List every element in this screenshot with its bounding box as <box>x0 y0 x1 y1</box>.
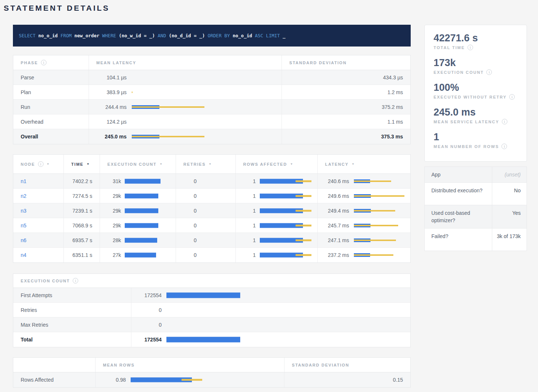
execution-count-title: EXECUTION COUNTi <box>13 274 410 288</box>
rows-affected-bar <box>260 223 314 228</box>
stat-execution-count: 173k EXECUTION COUNTi <box>434 57 520 75</box>
phase-header-label: PHASE <box>21 61 38 65</box>
info-icon[interactable]: i <box>501 144 507 149</box>
mean-latency-cell: 244.4 ms <box>89 100 282 114</box>
exec-row-value-cell: 0 <box>131 317 410 332</box>
mean-rows-bar <box>131 377 281 383</box>
latency-bar <box>354 178 407 184</box>
latency-bar <box>132 75 279 80</box>
info-icon[interactable]: i <box>509 94 515 100</box>
exec-count-bar <box>125 208 173 214</box>
latency-bar <box>354 193 407 199</box>
info-icon[interactable]: i <box>468 45 473 50</box>
mean-latency-value: 245.0 ms <box>96 134 127 140</box>
time-column-header[interactable]: TIME▼ <box>64 155 100 173</box>
std-dev-column-header: STANDARD DEVIATION <box>282 55 410 70</box>
sql-keyword: FROM <box>61 33 75 38</box>
execution-count-table: EXECUTION COUNTi First Attempts 172554 R… <box>13 274 411 347</box>
table-row: n3 7239.1 s 29k 0 1 249.4 ms <box>13 203 410 218</box>
table-row: n4 6351.1 s 27k 0 1 237.2 ms <box>13 248 410 262</box>
exec-count-value: 29k <box>107 193 121 199</box>
node-link[interactable]: n1 <box>21 178 27 184</box>
mean-latency-value: 104.1 µs <box>96 75 127 80</box>
stat-value: 173k <box>434 57 520 69</box>
rows-affected-bar <box>260 208 314 214</box>
sort-arrow-icon: ▼ <box>46 162 49 166</box>
exec-count-header-label: EXECUTION COUNT <box>107 162 156 166</box>
bar-blue <box>125 179 161 183</box>
std-dev-value: 1.2 ms <box>282 85 410 99</box>
bar-gold <box>354 254 393 256</box>
exec-count-bar <box>125 252 173 258</box>
table-row: Total 172554 <box>13 332 410 347</box>
retries-column-header[interactable]: RETRIES▼ <box>176 155 236 173</box>
retries-value: 0 <box>176 174 236 188</box>
mean-latency-cell: 383.9 µs <box>89 85 282 99</box>
mean-latency-cell: 104.1 µs <box>89 70 282 85</box>
bar-gold <box>296 254 311 256</box>
info-icon[interactable]: i <box>486 69 492 75</box>
stat-label-text: EXECUTION COUNT <box>434 70 484 75</box>
node-table: NODEi▼ TIME▼ EXECUTION COUNT▼ RETRIES▼ R… <box>13 154 411 263</box>
exec-row-label: First Attempts <box>13 288 131 302</box>
stat-label-text: EXECUTED WITHOUT RETRY <box>434 95 507 99</box>
main-column: SELECT no_o_id FROM new_order WHERE (no_… <box>13 25 411 388</box>
bar-gold <box>132 92 132 93</box>
time-value: 7239.1 s <box>64 203 100 218</box>
stat-label: EXECUTION COUNTi <box>434 69 520 75</box>
latency-cell: 245.7 ms <box>318 218 410 233</box>
page-title: STATEMENT DETAILS <box>0 0 538 13</box>
app-row-label: App <box>425 167 492 182</box>
sql-identifier: (no_w_id = _) <box>119 33 158 38</box>
exec-count-value: 27k <box>107 252 121 258</box>
bar-gold <box>132 136 204 137</box>
retries-header-label: RETRIES <box>183 162 206 166</box>
time-value: 7068.9 s <box>64 218 100 233</box>
exec-row-label: Retries <box>13 303 131 317</box>
rows-affected-cell: 1 <box>236 203 318 218</box>
exec-row-label: Total <box>13 332 131 347</box>
node-link[interactable]: n4 <box>21 252 27 258</box>
node-header-label: NODE <box>21 162 35 166</box>
empty-header-cell <box>13 358 96 372</box>
node-link[interactable]: n2 <box>21 193 27 199</box>
sql-identifier: _ <box>283 33 286 38</box>
exec-row-value: 0 <box>139 307 162 313</box>
stat-total-time: 42271.6 s TOTAL TIMEi <box>434 32 520 50</box>
rows-affected-value: 1 <box>243 252 256 258</box>
execution-count-header: EXECUTION COUNTi <box>13 274 410 288</box>
bar-gold <box>296 224 311 226</box>
app-row-label: Used cost-based optimizer? <box>425 205 492 228</box>
mean-latency-value: 383.9 µs <box>96 89 127 95</box>
latency-column-header[interactable]: LATENCY▼ <box>318 155 410 173</box>
node-link[interactable]: n3 <box>21 208 27 214</box>
bar-gold <box>354 225 398 226</box>
stat-value: 42271.6 s <box>434 32 520 44</box>
phase-name: Overhead <box>13 114 89 129</box>
info-icon[interactable]: i <box>73 278 78 283</box>
std-dev-value: 0.15 <box>284 372 410 387</box>
node-link[interactable]: n5 <box>21 223 27 228</box>
sql-keyword: AND <box>158 33 169 38</box>
node-column-header[interactable]: NODEi▼ <box>13 155 64 173</box>
std-dev-header-label: STANDARD DEVIATION <box>292 363 349 367</box>
bar-blue <box>125 223 158 228</box>
sql-identifier: new_order <box>75 33 102 38</box>
sort-arrow-icon: ▼ <box>159 162 162 166</box>
latency-cell: 247.1 ms <box>318 233 410 247</box>
mean-latency-header-label: MEAN LATENCY <box>96 61 136 65</box>
bar-blue <box>125 238 157 243</box>
stat-label: MEAN SERVICE LATENCYi <box>434 119 520 124</box>
rows-affected-column-header[interactable]: ROWS AFFECTED▼ <box>236 155 318 173</box>
info-icon[interactable]: i <box>502 119 507 124</box>
info-icon[interactable]: i <box>41 60 46 65</box>
time-value: 7402.2 s <box>64 174 100 188</box>
time-header-label: TIME <box>71 162 83 166</box>
exec-count-column-header[interactable]: EXECUTION COUNT▼ <box>100 155 176 173</box>
node-link[interactable]: n6 <box>21 237 27 243</box>
info-icon[interactable]: i <box>38 161 44 167</box>
app-row-value: (unset) <box>492 167 527 182</box>
rows-affected-bar <box>260 178 314 184</box>
latency-value: 245.7 ms <box>325 223 349 228</box>
stat-value: 1 <box>434 131 520 143</box>
